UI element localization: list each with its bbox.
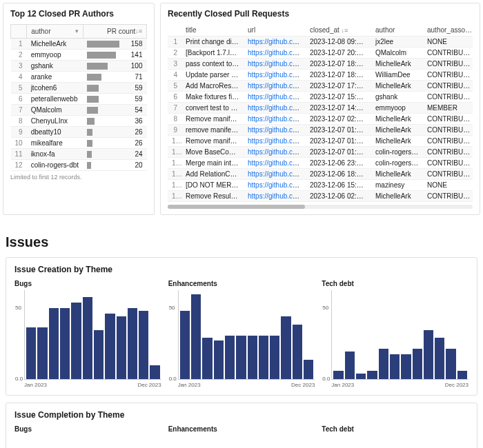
pr-link[interactable]: https://github.com/dt	[248, 93, 306, 101]
chart-bar[interactable]	[128, 308, 137, 379]
pr-link[interactable]: https://github.com/dt	[248, 181, 306, 189]
author-row[interactable]: 10mikealfare26	[11, 138, 147, 149]
author-row[interactable]: 8ChenyuLInx36	[11, 116, 147, 127]
author-row[interactable]: 7QMalcolm54	[11, 105, 147, 116]
chart-bar[interactable]	[401, 354, 411, 379]
pr-row[interactable]: 4Update parser to suphttps://github.com/…	[168, 70, 473, 81]
pr-row[interactable]: 5Add MacroResolverPrhttps://github.com/d…	[168, 81, 473, 92]
pr-link[interactable]: https://github.com/dt	[248, 71, 306, 79]
col-index[interactable]	[168, 24, 181, 37]
pr-url[interactable]: https://github.com/dt	[244, 114, 306, 125]
pr-url[interactable]: https://github.com/dt	[244, 103, 306, 114]
chart-bar[interactable]	[37, 327, 47, 379]
chart-bar[interactable]	[345, 352, 355, 379]
horizontal-scrollbar[interactable]	[168, 205, 473, 209]
pr-url[interactable]: https://github.com/dt	[244, 92, 306, 103]
pr-url[interactable]: https://github.com/dt	[244, 158, 306, 169]
chart-bar[interactable]	[248, 336, 257, 380]
chart-bar[interactable]	[390, 354, 400, 379]
pr-row[interactable]: 3pass context to Macrhttps://github.com/…	[168, 59, 473, 70]
pr-row[interactable]: 7convert test to data_thttps://github.co…	[168, 103, 473, 114]
col-title[interactable]: title	[181, 24, 244, 37]
pr-row[interactable]: 6Make fixtures files fulhttps://github.c…	[168, 92, 473, 103]
chart-bar[interactable]	[83, 297, 92, 379]
chart-bar[interactable]	[26, 327, 36, 379]
pr-link[interactable]: https://github.com/dt	[248, 60, 306, 68]
col-pr-count[interactable]: PR count ↓≡	[83, 25, 146, 39]
pr-row[interactable]: 11Move BaseConfig to chttps://github.com…	[168, 147, 473, 158]
pr-link[interactable]: https://github.com/dt	[248, 38, 306, 45]
chart-bar[interactable]	[435, 338, 444, 379]
pr-link[interactable]: https://github.com/dt	[248, 82, 306, 90]
col-closed-at[interactable]: closed_at ↓≡	[306, 24, 371, 37]
chart-bar[interactable]	[191, 294, 201, 379]
chart-bar[interactable]	[49, 308, 59, 379]
pr-url[interactable]: https://github.com/dt	[244, 59, 306, 70]
pr-url[interactable]: https://github.com/dt	[244, 191, 306, 202]
pr-link[interactable]: https://github.com/dt	[248, 137, 306, 145]
scrollbar-thumb[interactable]	[168, 205, 305, 209]
pr-link[interactable]: https://github.com/dt	[248, 148, 306, 156]
author-row[interactable]: 1MichelleArk158	[11, 39, 147, 50]
chart-bar[interactable]	[259, 336, 268, 380]
pr-link[interactable]: https://github.com/dt	[248, 104, 306, 112]
pr-row[interactable]: 12Merge main into featuhttps://github.co…	[168, 158, 473, 169]
pr-row[interactable]: 13Add RelationConfig Phttps://github.com…	[168, 169, 473, 180]
chart-bar[interactable]	[117, 316, 126, 379]
pr-link[interactable]: https://github.com/dt	[248, 49, 306, 57]
sort-desc-icon[interactable]: ↓≡	[135, 28, 142, 34]
col-author[interactable]: author	[371, 24, 423, 37]
chart-bar[interactable]	[367, 371, 377, 379]
pr-row[interactable]: 8Remove manifest fromhttps://github.com/…	[168, 114, 473, 125]
col-author[interactable]: author▾	[27, 25, 83, 39]
pr-row[interactable]: 1Print change directorhttps://github.com…	[168, 37, 473, 48]
chart-bar[interactable]	[424, 330, 433, 379]
pr-url[interactable]: https://github.com/dt	[244, 125, 306, 136]
chart-bar[interactable]	[446, 349, 455, 379]
chart-bar[interactable]	[281, 316, 290, 379]
chart-bar[interactable]	[304, 360, 313, 379]
pr-url[interactable]: https://github.com/dt	[244, 37, 306, 48]
chevron-down-icon[interactable]: ▾	[75, 28, 79, 34]
col-url[interactable]: url	[244, 24, 306, 37]
author-row[interactable]: 3gshank100	[11, 61, 147, 72]
pr-row[interactable]: 10Remove manifest fromhttps://github.com…	[168, 136, 473, 147]
author-row[interactable]: 9dbeatty1026	[11, 127, 147, 138]
chart-bar[interactable]	[94, 330, 103, 379]
chart-bar[interactable]	[379, 349, 388, 379]
pr-link[interactable]: https://github.com/dt	[248, 159, 306, 167]
author-row[interactable]: 5jtcohen659	[11, 83, 147, 94]
chart-bar[interactable]	[270, 336, 279, 380]
chart-bar[interactable]	[293, 325, 302, 379]
author-row[interactable]: 2emmyoop141	[11, 50, 147, 61]
pr-row[interactable]: 9remove manifest fromhttps://github.com/…	[168, 125, 473, 136]
chart-bar[interactable]	[71, 303, 81, 379]
chart-area[interactable]: 500.0	[331, 290, 469, 380]
sort-desc-icon[interactable]: ↓≡	[342, 27, 348, 34]
pr-row[interactable]: 2[Backport 1.7.latest]https://github.com…	[168, 48, 473, 59]
pr-url[interactable]: https://github.com/dt	[244, 48, 306, 59]
chart-bar[interactable]	[356, 374, 366, 379]
chart-bar[interactable]	[105, 314, 115, 379]
pr-url[interactable]: https://github.com/dt	[244, 70, 306, 81]
chart-bar[interactable]	[236, 336, 246, 380]
chart-bar[interactable]	[180, 311, 190, 379]
author-row[interactable]: 4aranke71	[11, 72, 147, 83]
chart-bar[interactable]	[202, 338, 212, 379]
col-index[interactable]	[11, 25, 27, 39]
pr-link[interactable]: https://github.com/dt	[248, 115, 306, 123]
chart-area[interactable]: 500.0	[178, 290, 315, 380]
chart-bar[interactable]	[457, 371, 467, 379]
chart-bar[interactable]	[150, 365, 159, 379]
chart-bar[interactable]	[139, 311, 148, 379]
chart-bar[interactable]	[413, 349, 422, 379]
pr-url[interactable]: https://github.com/dt	[244, 81, 306, 92]
pr-link[interactable]: https://github.com/dt	[248, 192, 306, 200]
pr-link[interactable]: https://github.com/dt	[248, 126, 306, 134]
author-row[interactable]: 6peterallenwebb59	[11, 94, 147, 105]
chart-bar[interactable]	[214, 340, 224, 379]
chart-bar[interactable]	[333, 371, 343, 379]
chart-bar[interactable]	[60, 308, 70, 379]
pr-url[interactable]: https://github.com/dt	[244, 169, 306, 180]
col-assoc[interactable]: author_associati…	[423, 24, 473, 37]
